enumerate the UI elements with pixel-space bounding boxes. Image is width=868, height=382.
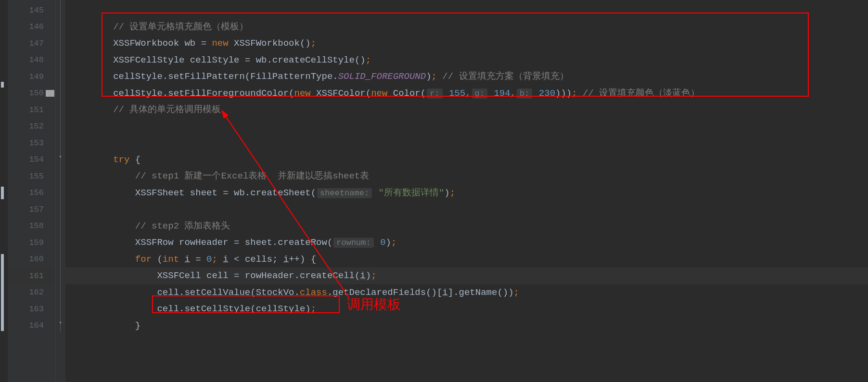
line-number: 155 bbox=[8, 172, 51, 181]
code-line[interactable] bbox=[65, 2, 868, 19]
line-number: 154 bbox=[8, 155, 51, 164]
bookmark-marker[interactable] bbox=[46, 90, 54, 97]
fold-guide bbox=[60, 0, 61, 332]
line-number: 157 bbox=[8, 205, 51, 214]
code-line[interactable]: for (int i = 0; i < cells; i++) { bbox=[65, 251, 868, 268]
code-line[interactable]: cellStyle.setFillForegroundColor(new XSS… bbox=[65, 85, 868, 102]
code-line[interactable]: XSSFSheet sheet = wb.createSheet(sheetna… bbox=[65, 185, 868, 202]
fold-toggle-icon[interactable]: ▾ bbox=[57, 320, 64, 326]
fold-toggle-icon[interactable]: ▾ bbox=[57, 154, 64, 160]
fold-column[interactable]: ▾ ▾ bbox=[56, 0, 65, 382]
code-line[interactable]: try { bbox=[65, 152, 868, 168]
line-number: 151 bbox=[8, 105, 51, 115]
line-number: 149 bbox=[8, 72, 51, 81]
code-line[interactable]: XSSFCell cell = rowHeader.createCell(i); bbox=[65, 267, 868, 284]
param-hint: b: bbox=[517, 89, 532, 99]
code-line[interactable]: // step2 添加表格头 bbox=[65, 218, 868, 235]
line-number: 158 bbox=[8, 221, 51, 230]
code-content[interactable]: // 设置单元格填充颜色（模板） XSSFWorkbook wb = new X… bbox=[65, 0, 868, 382]
param-hint: rownum: bbox=[333, 238, 373, 248]
line-number: 145 bbox=[8, 6, 51, 15]
param-hint: r: bbox=[427, 89, 442, 99]
stripe-mark bbox=[1, 187, 4, 199]
code-line[interactable]: // 设置单元格填充颜色（模板） bbox=[65, 19, 868, 36]
line-number: 150 bbox=[8, 89, 51, 98]
code-line[interactable] bbox=[65, 118, 868, 135]
code-line[interactable]: cellStyle.setFillPattern(FillPatternType… bbox=[65, 68, 868, 85]
gutter[interactable]: 145 146 147 148 149 150 151 152 153 154 … bbox=[8, 0, 56, 382]
line-number: 153 bbox=[8, 139, 51, 148]
code-line[interactable]: XSSFCellStyle cellStyle = wb.createCellS… bbox=[65, 52, 868, 69]
code-line[interactable]: XSSFRow rowHeader = sheet.createRow(rown… bbox=[65, 234, 868, 251]
code-line[interactable]: } bbox=[65, 318, 868, 334]
line-number: 161 bbox=[8, 271, 51, 280]
param-hint: g: bbox=[472, 89, 487, 99]
line-number: 147 bbox=[8, 39, 51, 48]
code-editor[interactable]: 145 146 147 148 149 150 151 152 153 154 … bbox=[0, 0, 868, 382]
stripe-mark bbox=[1, 82, 4, 88]
stripe-mark bbox=[1, 254, 4, 331]
editor-stripe bbox=[0, 0, 8, 382]
line-number: 156 bbox=[8, 188, 51, 197]
code-line[interactable]: // step1 新建一个Excel表格 并新建以恶搞sheet表 bbox=[65, 168, 868, 185]
code-line[interactable] bbox=[65, 201, 868, 218]
line-number: 163 bbox=[8, 305, 51, 314]
line-number: 162 bbox=[8, 288, 51, 297]
code-line[interactable]: cell.setCellValue(StockVo.class.getDecla… bbox=[65, 284, 868, 301]
code-line[interactable] bbox=[65, 135, 868, 152]
line-number: 146 bbox=[8, 22, 51, 31]
line-number: 152 bbox=[8, 122, 51, 131]
line-number: 148 bbox=[8, 55, 51, 64]
line-number: 160 bbox=[8, 255, 51, 264]
line-number: 164 bbox=[8, 321, 51, 330]
line-number: 159 bbox=[8, 238, 51, 247]
code-line[interactable]: XSSFWorkbook wb = new XSSFWorkbook(); bbox=[65, 35, 868, 52]
param-hint: sheetname: bbox=[317, 188, 372, 198]
code-line[interactable]: // 具体的单元格调用模板 bbox=[65, 102, 868, 118]
code-line[interactable]: cell.setCellStyle(cellStyle); bbox=[65, 301, 868, 318]
